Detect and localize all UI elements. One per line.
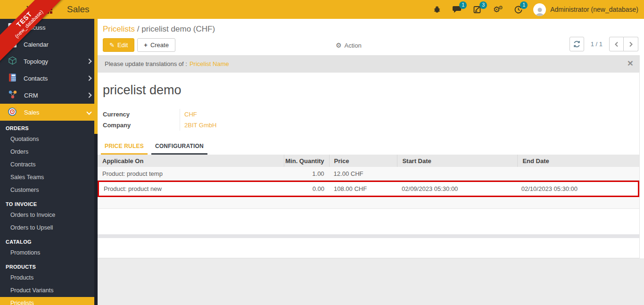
cell-price: 108.00 CHF: [329, 182, 397, 196]
sidebar-scrollbar-thumb[interactable]: [94, 19, 98, 134]
sidebar-section-to-invoice: TO INVOICE: [0, 197, 98, 209]
user-avatar[interactable]: [533, 3, 546, 16]
pencil-icon: ✎: [109, 41, 115, 49]
warning-text: Please update translations of :: [105, 60, 187, 67]
price-rules-table: Applicable On Min. Quantity Price Start …: [98, 155, 639, 209]
action-menu-button[interactable]: ⚙ Action: [336, 41, 362, 49]
sidebar: Discuss Calendar Topology Contacts CRM S…: [0, 19, 98, 305]
tab-configuration[interactable]: CONFIGURATION: [153, 143, 206, 155]
messages-icon[interactable]: 1: [452, 4, 462, 15]
messages-badge: 1: [459, 1, 467, 9]
sidebar-item-quotations[interactable]: Quotations: [0, 133, 98, 146]
activities-clock-icon[interactable]: 1: [513, 4, 523, 15]
gear-icon: ⚙: [336, 41, 342, 49]
chevron-down-icon: [86, 109, 91, 115]
table-row-highlighted[interactable]: Product: product new 0.00 108.00 CHF 02/…: [98, 181, 639, 197]
sidebar-item-contacts[interactable]: Contacts: [0, 70, 98, 87]
cell-end-date: 02/10/2023 05:30:00: [517, 182, 638, 196]
record-title: pricelist demo: [103, 83, 639, 98]
user-menu[interactable]: Administrator (new_database): [550, 6, 638, 13]
close-icon[interactable]: ×: [627, 58, 633, 69]
notebook-tabs: PRICE RULES CONFIGURATION: [98, 143, 639, 155]
sidebar-section-products: PRODUCTS: [0, 259, 98, 272]
chevron-right-icon: [86, 92, 91, 98]
sidebar-item-label: Contacts: [24, 75, 48, 82]
sidebar-item-label: Sales: [24, 109, 40, 116]
sidebar-item-products[interactable]: Products: [0, 272, 98, 284]
cell-applicable-on: Product: product temp: [98, 167, 284, 180]
cell-applicable-on: Product: product new: [99, 182, 284, 196]
settings-gears-icon[interactable]: ⚙⚙: [493, 4, 503, 15]
cell-min-quantity: 0.00: [284, 182, 329, 196]
breadcrumb-separator: /: [137, 25, 140, 33]
column-header-applicable-on[interactable]: Applicable On: [98, 155, 284, 167]
sidebar-item-orders[interactable]: Orders: [0, 146, 98, 158]
breadcrumb-current: pricelist demo (CHF): [141, 25, 215, 33]
main-content: Pricelists / pricelist demo (CHF) ✎ Edit…: [98, 19, 644, 305]
top-navbar: Sales 1 3 ⚙⚙ 1 Administrator (new_databa…: [0, 0, 644, 19]
form-sheet: pricelist demo Currency CHF Company 2BIT…: [98, 73, 640, 258]
sidebar-item-contracts[interactable]: Contracts: [0, 158, 98, 171]
sidebar-item-topology[interactable]: Topology: [0, 53, 98, 70]
cell-end-date: [517, 167, 639, 180]
create-button[interactable]: + Create: [137, 38, 175, 52]
sidebar-section-catalog: CATALOG: [0, 234, 98, 247]
column-header-end-date[interactable]: End Date: [517, 155, 639, 167]
cell-min-quantity: 1.00: [284, 167, 329, 180]
debug-bug-icon[interactable]: [432, 4, 442, 15]
tab-price-rules[interactable]: PRICE RULES: [103, 143, 146, 155]
column-header-price[interactable]: Price: [329, 155, 397, 167]
pager: 1 / 1: [570, 37, 638, 51]
activities-badge: 1: [520, 1, 528, 9]
pager-count: 1 / 1: [591, 41, 603, 48]
plus-icon: +: [144, 41, 148, 49]
table-header-row: Applicable On Min. Quantity Price Start …: [98, 155, 639, 167]
notes-badge: 3: [479, 1, 487, 9]
field-group: Currency CHF Company 2BIT GmbH: [103, 109, 639, 131]
sales-target-icon: [8, 107, 17, 118]
translation-warning-bar: Please update translations of : Pricelis…: [98, 55, 640, 73]
sidebar-item-sales-teams[interactable]: Sales Teams: [0, 171, 98, 184]
breadcrumb-parent-link[interactable]: Pricelists: [103, 25, 135, 33]
topology-cube-icon: [8, 56, 17, 66]
table-empty-row: [98, 197, 639, 209]
breadcrumb: Pricelists / pricelist demo (CHF): [103, 25, 644, 34]
chevron-right-icon: [86, 58, 91, 64]
sidebar-item-orders-to-upsell[interactable]: Orders to Upsell: [0, 222, 98, 234]
sidebar-item-product-variants[interactable]: Product Variants: [0, 284, 98, 297]
currency-field-label: Currency: [103, 111, 180, 118]
warning-translation-link[interactable]: Pricelist Name: [190, 60, 229, 67]
sidebar-item-label: Topology: [24, 58, 48, 65]
cell-start-date: [397, 167, 517, 180]
sidebar-item-customers[interactable]: Customers: [0, 184, 98, 197]
crm-icon: [8, 90, 17, 100]
notes-icon[interactable]: 3: [472, 4, 483, 15]
sidebar-section-orders: ORDERS: [0, 121, 98, 133]
sidebar-item-sales[interactable]: Sales: [0, 104, 98, 121]
sidebar-item-promotions[interactable]: Promotions: [0, 247, 98, 259]
pager-previous-button[interactable]: [609, 37, 624, 51]
content-right-gutter: [640, 55, 644, 258]
chevron-right-icon: [86, 75, 91, 81]
column-header-start-date[interactable]: Start Date: [397, 155, 517, 167]
control-panel: Pricelists / pricelist demo (CHF) ✎ Edit…: [98, 19, 644, 55]
sidebar-item-orders-to-invoice[interactable]: Orders to Invoice: [0, 209, 98, 222]
cell-price: 12.00 CHF: [329, 167, 397, 180]
section-separator: [98, 234, 639, 238]
app-title[interactable]: Sales: [67, 4, 90, 15]
column-header-min-quantity[interactable]: Min. Quantity: [284, 155, 329, 167]
company-field-label: Company: [103, 122, 180, 129]
table-row[interactable]: Product: product temp 1.00 12.00 CHF: [98, 167, 639, 181]
pager-next-button[interactable]: [624, 37, 638, 51]
contacts-icon: [8, 73, 17, 83]
sidebar-item-crm[interactable]: CRM: [0, 87, 98, 104]
sidebar-item-pricelists[interactable]: Pricelists: [0, 297, 98, 305]
edit-button[interactable]: ✎ Edit: [103, 38, 134, 52]
refresh-button[interactable]: [570, 37, 584, 51]
currency-field-value[interactable]: CHF: [180, 109, 274, 120]
company-field-value[interactable]: 2BIT GmbH: [180, 120, 274, 131]
sidebar-item-label: CRM: [24, 92, 38, 99]
cell-start-date: 02/09/2023 05:30:00: [397, 182, 517, 196]
sidebar-item-label: Calendar: [24, 41, 49, 48]
